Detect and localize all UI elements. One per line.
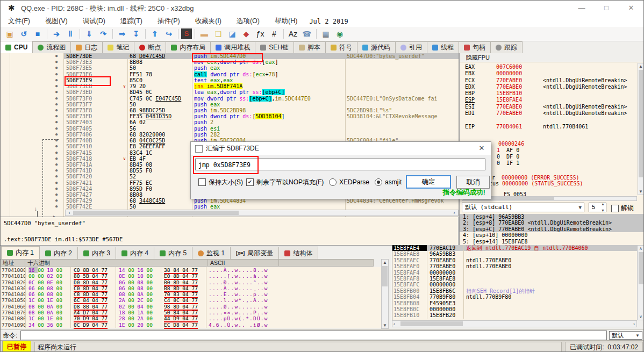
stack-row[interactable]: 15E8FAE896A59BB3 bbox=[392, 251, 637, 257]
breakpoint-dot-icon[interactable]: ● bbox=[55, 192, 58, 198]
argument-row[interactable]: 1: [esp+4] 96A59BB3 bbox=[460, 214, 644, 220]
register-row[interactable]: ESI770EABE0<ntdll.DbgUiRemoteBreakin> bbox=[460, 104, 644, 110]
stack-row[interactable]: 15E8FB0C00000000 bbox=[392, 306, 637, 312]
breakpoint-dot-icon[interactable]: ● bbox=[55, 89, 58, 95]
xedparse-radio[interactable]: XEDParse bbox=[329, 176, 369, 188]
toolbar-calculator-icon[interactable]: ▦ bbox=[319, 28, 332, 40]
registers-vscrollbar[interactable]: ▲ ▼ bbox=[638, 63, 644, 195]
stack-row[interactable]: 15E8FAF0770EABE0ntdll.770EABE0 bbox=[392, 263, 637, 269]
close-button[interactable]: ✕ bbox=[619, 1, 643, 16]
tab-SEH链[interactable]: SEH链 bbox=[255, 41, 294, 53]
breakpoint-dot-icon[interactable]: ● bbox=[55, 168, 58, 174]
breakpoint-dot-icon[interactable]: ● bbox=[55, 156, 58, 162]
hide-fpu-button[interactable]: 隐藏FPU bbox=[460, 53, 644, 62]
fill-nop-checkbox[interactable]: ✔ 剩余字节以NOP填充(F) bbox=[246, 176, 324, 188]
tab-监视 1[interactable]: 监视 1 bbox=[192, 247, 231, 259]
dialog-close-icon[interactable]: ✕ bbox=[476, 142, 488, 155]
disasm-row[interactable]: ●5D8F73FDFF35 0481D35Dpush dword ptr ds:… bbox=[1, 113, 459, 119]
tab-调用堆栈[interactable]: 调用堆栈 bbox=[210, 41, 255, 53]
stack-row[interactable]: 15E8FB1015E8FB20 bbox=[392, 312, 637, 318]
tab-线程[interactable]: 线程 bbox=[427, 41, 459, 53]
breakpoint-dot-icon[interactable]: ● bbox=[55, 59, 58, 65]
breakpoint-dot-icon[interactable]: ● bbox=[55, 143, 58, 149]
memory-row[interactable]: 7704104006 00 08 00C8 8D 04 7708 00 0A 0… bbox=[1, 291, 381, 297]
memory-row[interactable]: 770410200C 00 0E 00D0 8D 04 7706 00 08 0… bbox=[1, 279, 381, 285]
toolbar-attach-icon[interactable]: ↪ bbox=[162, 28, 175, 40]
memory-vscrollbar[interactable]: ▲ ▼ bbox=[381, 259, 389, 329]
disasm-row[interactable]: ●5D8F740556push esi bbox=[1, 126, 459, 132]
ok-button[interactable]: 确定 bbox=[406, 175, 451, 189]
breakpoint-dot-icon[interactable]: ● bbox=[55, 102, 58, 107]
memory-row[interactable]: 7704101000 00 02 0080 5B 04 770E 00 10 0… bbox=[1, 273, 381, 279]
menu-item-调试(D)[interactable]: 调试(D) bbox=[75, 16, 113, 27]
menu-item-文件(F)[interactable]: 文件(F) bbox=[1, 16, 38, 27]
title-bar[interactable]: ✱ QQ.exe - PID: 268C - 模块: im.dll - 线程: … bbox=[1, 1, 644, 16]
spinner-up-icon[interactable]: ▲ bbox=[601, 202, 605, 206]
menu-item-收藏夹(I)[interactable]: 收藏夹(I) bbox=[188, 16, 229, 27]
toolbar-step-into-icon[interactable]: ⇓ bbox=[83, 28, 96, 40]
breakpoint-dot-icon[interactable]: ● bbox=[55, 150, 58, 156]
stack-panel[interactable]: 15E8FAE4770EAC19返回到 ntdll.770EAC19 自 ntd… bbox=[392, 245, 637, 320]
memory-row[interactable]: 7704106008 00 0A 00D8 8B 04 7702 00 04 0… bbox=[1, 304, 381, 310]
breakpoint-dot-icon[interactable]: ● bbox=[55, 180, 58, 186]
breakpoint-dot-icon[interactable]: ● bbox=[55, 71, 58, 77]
toolbar-comments-icon[interactable]: ❏ bbox=[212, 28, 225, 40]
tab-断点[interactable]: 断点 bbox=[134, 41, 166, 53]
register-row[interactable]: ESP15E8FAE4 bbox=[460, 97, 644, 103]
register-row[interactable]: EBX00000000 bbox=[460, 70, 644, 77]
toolbar-step-out-icon[interactable]: ⇑ bbox=[148, 28, 161, 40]
memory-row[interactable]: 770410801C 00 1E 0070 D9 04 7728 00 2A 0… bbox=[1, 315, 381, 321]
maximize-button[interactable]: □ bbox=[594, 1, 619, 16]
breakpoint-dot-icon[interactable]: ● bbox=[55, 138, 58, 143]
breakpoint-dot-icon[interactable]: ● bbox=[55, 96, 58, 102]
toolbar-patch-icon[interactable]: ▬ bbox=[198, 28, 211, 40]
breakpoint-dot-icon[interactable]: ● bbox=[55, 65, 58, 71]
arg-count-spinner[interactable]: 5 ▲ ▼ bbox=[589, 203, 606, 212]
breakpoint-dot-icon[interactable]: ● bbox=[55, 107, 58, 113]
argument-row[interactable]: 5: [esp+14] 15E8FAE8 bbox=[460, 239, 644, 245]
disasm-hscrollbar[interactable]: ‹ › bbox=[65, 210, 459, 216]
tab-源代码[interactable]: 源代码 bbox=[357, 41, 396, 53]
stack-row[interactable]: 15E8FB0015E8FB6C指向SEH_Record[1]的指针 bbox=[392, 288, 637, 294]
stack-hscrollbar[interactable]: ‹ › bbox=[392, 320, 637, 327]
disasm-row[interactable]: ●5D8F74036A 02push 2 bbox=[1, 119, 459, 125]
toolbar-execute-till-return-icon[interactable]: ↧ bbox=[130, 28, 142, 40]
spinner-down-icon[interactable]: ▼ bbox=[601, 209, 605, 212]
breakpoint-dot-icon[interactable]: ● bbox=[55, 113, 58, 119]
stack-row[interactable]: 15E8FB04770B9F80ntdll.770B9F80 bbox=[392, 294, 637, 300]
command-mode-select[interactable]: 默认 ▼ bbox=[609, 331, 642, 340]
tab-句柄[interactable]: 句柄 bbox=[459, 41, 491, 53]
tab-内存 2[interactable]: 内存 2 bbox=[39, 247, 78, 259]
breakpoint-dot-icon[interactable]: ● bbox=[55, 83, 58, 89]
register-row[interactable] bbox=[460, 117, 644, 123]
memory-row[interactable]: 770410501C 00 1E 006C 84 04 772A 00 2C 0… bbox=[1, 297, 381, 303]
toolbar-run-icon[interactable]: ➔ bbox=[50, 28, 63, 40]
calling-convention-select[interactable]: 默认 (stdcall) ▼ bbox=[462, 203, 584, 212]
toolbar-record-trace-icon[interactable]: S bbox=[181, 28, 192, 39]
breakpoint-dot-icon[interactable]: ● bbox=[55, 77, 58, 83]
toolbar-internet-icon[interactable]: ◉ bbox=[333, 28, 346, 40]
argument-row[interactable]: 3: [esp+C] 770EABE0 <ntdll.DbgUiRemoteBr… bbox=[460, 226, 644, 232]
tab-符号[interactable]: 符号 bbox=[325, 41, 357, 53]
asmjit-radio[interactable]: asmjit bbox=[375, 176, 402, 188]
command-input[interactable] bbox=[20, 331, 607, 340]
arguments-list[interactable]: 1: [esp+4] 96A59BB32: [esp+8] 770EABE0 <… bbox=[460, 214, 644, 245]
argument-row[interactable]: 2: [esp+8] 770EABE0 <ntdll.DbgUiRemoteBr… bbox=[460, 220, 644, 226]
tab-脚本[interactable]: 脚本 bbox=[294, 41, 326, 53]
memory-row[interactable]: 7704103006 00 08 00C0 8D 04 7706 00 08 0… bbox=[1, 285, 381, 291]
menu-item-插件(P)[interactable]: 插件(P) bbox=[150, 16, 188, 27]
toolbar-strings-icon[interactable]: Az bbox=[287, 28, 299, 40]
stack-row[interactable]: 15E8FAFC00000000 bbox=[392, 282, 637, 288]
tab-笔记[interactable]: 笔记 bbox=[102, 41, 134, 53]
stack-row[interactable]: 15E8FAE4770EAC19返回到 ntdll.770EAC19 自 ntd… bbox=[392, 245, 637, 251]
breakpoint-dot-icon[interactable]: ● bbox=[55, 53, 58, 59]
memory-header-十六进制[interactable]: 十六进制 bbox=[25, 259, 208, 267]
disasm-row[interactable]: ●5D8F742E50push eax bbox=[1, 204, 459, 210]
register-row[interactable]: ECX770EABE0<ntdll.DbgUiRemoteBreakin> bbox=[460, 77, 644, 84]
disasm-row[interactable]: ●5D8F73F0C745 0C E047C45Dmov dword ptr s… bbox=[1, 96, 459, 102]
breakpoint-dot-icon[interactable]: ● bbox=[55, 198, 58, 204]
toolbar-modules-icon[interactable]: ☎ bbox=[300, 28, 313, 40]
scroll-right-icon[interactable]: › bbox=[451, 210, 457, 215]
tab-内存布局[interactable]: 内存布局 bbox=[166, 41, 211, 53]
tab-CPU[interactable]: CPU bbox=[0, 41, 33, 53]
